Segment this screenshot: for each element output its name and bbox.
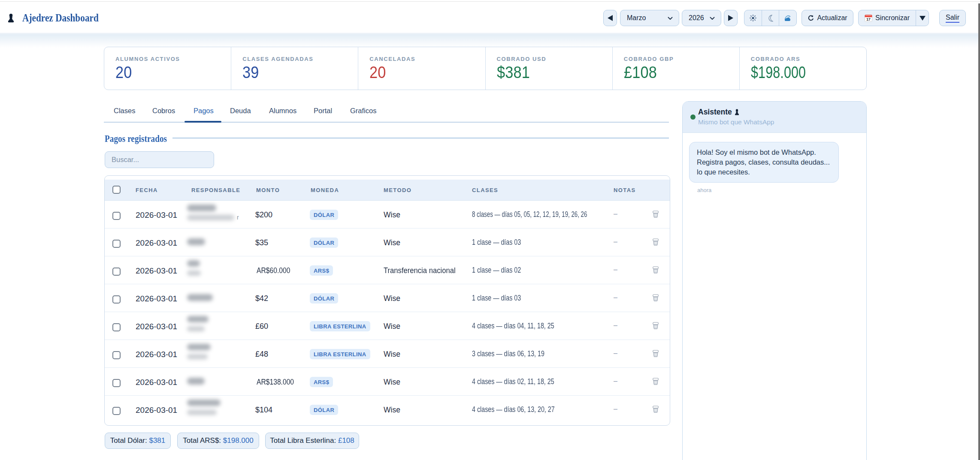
svg-text:17: 17 xyxy=(866,17,871,21)
